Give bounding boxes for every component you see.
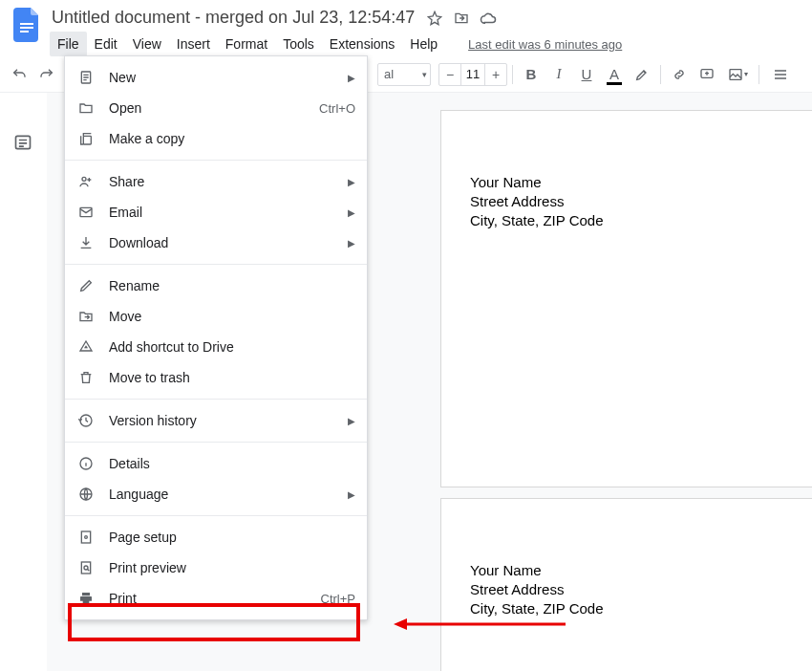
menu-new[interactable]: New ▶ xyxy=(65,62,367,93)
insert-image-button[interactable]: ▾ xyxy=(721,61,754,88)
doc-line-name: Your Name xyxy=(470,173,542,192)
download-icon xyxy=(76,233,96,252)
trash-icon xyxy=(76,368,96,387)
menu-print-preview[interactable]: Print preview xyxy=(65,552,367,583)
menu-insert[interactable]: Insert xyxy=(169,32,218,56)
highlight-button[interactable] xyxy=(629,61,655,88)
menu-view[interactable]: View xyxy=(125,32,169,56)
document-icon xyxy=(76,68,96,87)
page-1[interactable]: Your Name Street Address City, State, ZI… xyxy=(440,110,812,487)
align-button[interactable] xyxy=(764,61,797,88)
doc-line-name: Your Name xyxy=(470,561,542,580)
outline-toggle-icon[interactable] xyxy=(11,131,34,154)
menu-label: Make a copy xyxy=(109,131,355,146)
move-folder-icon[interactable] xyxy=(453,10,470,27)
text-color-button[interactable]: A xyxy=(601,61,628,88)
menu-move-to-trash[interactable]: Move to trash xyxy=(65,362,367,393)
doc-line-street: Street Address xyxy=(470,192,564,211)
menu-format[interactable]: Format xyxy=(218,32,275,56)
rename-icon xyxy=(76,276,96,295)
star-icon[interactable] xyxy=(426,10,443,27)
menu-label: Version history xyxy=(109,413,348,428)
menu-open[interactable]: Open Ctrl+O xyxy=(65,93,367,123)
drive-shortcut-icon xyxy=(76,337,96,357)
menu-label: Open xyxy=(109,100,319,116)
svg-rect-14 xyxy=(81,562,90,574)
submenu-arrow-icon: ▶ xyxy=(348,177,355,187)
cloud-status-icon[interactable] xyxy=(480,10,497,27)
menu-tools[interactable]: Tools xyxy=(275,32,322,56)
underline-button[interactable]: U xyxy=(573,61,600,88)
menubar: File Edit View Insert Format Tools Exten… xyxy=(50,32,622,56)
menu-label: Print preview xyxy=(109,560,355,575)
menu-label: Email xyxy=(109,205,348,220)
font-size-increase[interactable]: + xyxy=(485,64,506,85)
menu-language[interactable]: Language ▶ xyxy=(65,479,367,509)
submenu-arrow-icon: ▶ xyxy=(348,489,355,500)
menu-email[interactable]: Email ▶ xyxy=(65,197,367,227)
file-menu-dropdown: New ▶ Open Ctrl+O Make a copy Share ▶ Em… xyxy=(64,55,368,620)
menu-add-shortcut[interactable]: Add shortcut to Drive xyxy=(65,332,367,362)
svg-rect-7 xyxy=(83,136,91,144)
menu-download[interactable]: Download ▶ xyxy=(65,227,367,258)
last-edit-link[interactable]: Last edit was 6 minutes ago xyxy=(468,37,622,52)
menu-page-setup[interactable]: Page setup xyxy=(65,522,367,552)
globe-icon xyxy=(76,485,96,504)
menu-label: Rename xyxy=(109,278,355,293)
menu-shortcut: Ctrl+O xyxy=(319,101,355,116)
redo-button[interactable] xyxy=(33,61,60,88)
menu-label: Add shortcut to Drive xyxy=(109,339,355,355)
submenu-arrow-icon: ▶ xyxy=(348,73,355,83)
menu-label: Download xyxy=(109,235,348,250)
doc-line-city: City, State, ZIP Code xyxy=(470,211,604,230)
info-icon xyxy=(76,454,96,473)
docs-logo[interactable] xyxy=(8,6,46,44)
font-size-value[interactable]: 11 xyxy=(460,64,485,85)
menu-share[interactable]: Share ▶ xyxy=(65,166,367,197)
move-icon xyxy=(76,307,96,326)
menu-extensions[interactable]: Extensions xyxy=(322,32,402,56)
page-2[interactable]: Your Name Street Address City, State, ZI… xyxy=(440,498,812,671)
share-person-icon xyxy=(76,172,96,191)
menu-label: Language xyxy=(109,487,348,502)
folder-icon xyxy=(76,98,96,118)
menu-label: Move xyxy=(109,309,355,324)
svg-rect-1 xyxy=(20,27,33,29)
email-icon xyxy=(76,203,96,222)
menu-version-history[interactable]: Version history ▶ xyxy=(65,405,367,436)
undo-button[interactable] xyxy=(6,61,32,88)
menu-label: New xyxy=(109,70,348,85)
history-icon xyxy=(76,411,96,430)
font-size-control: − 11 + xyxy=(438,63,507,86)
left-rail xyxy=(0,93,47,671)
copy-icon xyxy=(76,129,96,148)
menu-edit[interactable]: Edit xyxy=(87,32,125,56)
doc-line-city: City, State, ZIP Code xyxy=(470,599,604,618)
page-setup-icon xyxy=(76,528,96,547)
print-icon xyxy=(76,589,96,608)
header: Untitled document - merged on Jul 23, 12… xyxy=(0,0,812,56)
menu-move[interactable]: Move xyxy=(65,301,367,332)
menu-rename[interactable]: Rename xyxy=(65,271,367,301)
menu-label: Share xyxy=(109,174,348,189)
insert-comment-button[interactable] xyxy=(694,61,720,88)
print-preview-icon xyxy=(76,558,96,577)
font-selector[interactable]: al xyxy=(377,63,431,86)
menu-file[interactable]: File xyxy=(50,32,87,56)
submenu-arrow-icon: ▶ xyxy=(348,207,355,218)
menu-label: Page setup xyxy=(109,530,355,545)
doc-line-street: Street Address xyxy=(470,580,564,599)
italic-button[interactable]: I xyxy=(545,61,572,88)
menu-make-copy[interactable]: Make a copy xyxy=(65,123,367,154)
document-title[interactable]: Untitled document - merged on Jul 23, 12… xyxy=(50,6,417,30)
menu-print[interactable]: Print Ctrl+P xyxy=(65,583,367,614)
menu-help[interactable]: Help xyxy=(402,32,445,56)
bold-button[interactable]: B xyxy=(518,61,545,88)
insert-link-button[interactable] xyxy=(666,61,693,88)
font-size-decrease[interactable]: − xyxy=(439,64,460,85)
menu-details[interactable]: Details xyxy=(65,448,367,479)
svg-rect-12 xyxy=(81,531,90,543)
menu-shortcut: Ctrl+P xyxy=(321,592,355,606)
menu-label: Print xyxy=(109,591,321,606)
submenu-arrow-icon: ▶ xyxy=(348,416,355,426)
